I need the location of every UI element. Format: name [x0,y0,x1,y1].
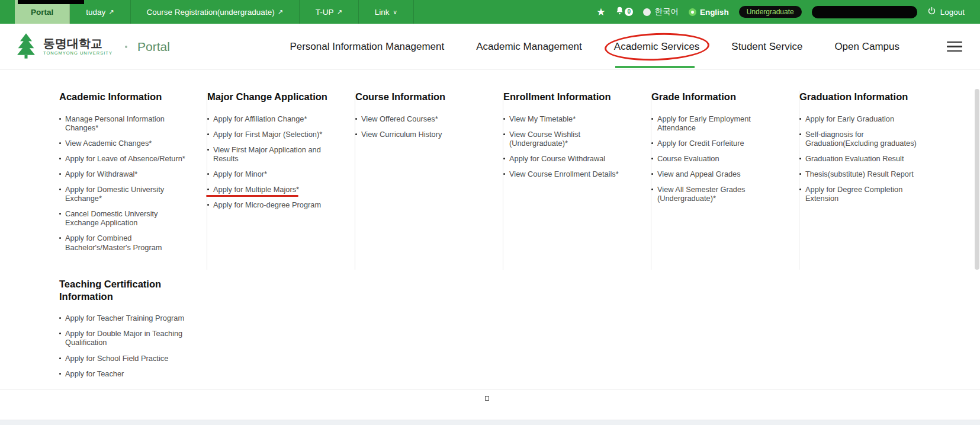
menu-item[interactable]: View Course Wishlist (Undergraduate)* [503,130,633,148]
menu-item[interactable]: View All Semester Grades (Undergraduate)… [651,185,781,203]
bullet-dot-icon [651,173,653,175]
menu-item[interactable]: Apply for Degree Completion Extension [799,185,930,203]
bullet-dot-icon [59,373,61,375]
menu-column-grade-information: Grade Information Apply for Early Employ… [651,91,799,270]
active-nav-underline [615,66,695,68]
menu-item[interactable]: View Course Enrollment Details* [503,170,633,178]
menu-column-course-information: Course Information View Offered Courses*… [355,91,503,270]
menu-item[interactable]: View Curriculum History [355,130,485,139]
menu-section-title: Grade Information [651,91,781,103]
menu-list: Manage Personal Information Changes*View… [59,114,189,252]
vertical-scrollbar-thumb[interactable] [975,89,979,270]
menu-item[interactable]: Apply for Combined Bachelor's/Master's P… [59,234,189,251]
tab-tup-label: T-UP [316,8,334,17]
tab-tuday-label: tuday [86,8,105,17]
tab-tup[interactable]: T-UP ↗ [300,0,359,24]
nav-student-service[interactable]: Student Service [731,41,802,53]
tab-link[interactable]: Link ∨ [359,0,414,24]
hamburger-menu-icon[interactable] [947,41,962,52]
menu-item[interactable]: Apply for Multiple Majors* [207,185,337,194]
portal-label: Portal [137,40,170,54]
menu-item[interactable]: Apply for School Field Practice [59,354,189,363]
menu-item-label: Apply for Affiliation Change* [213,114,307,123]
menu-list: Apply for Early Employment AttendanceApp… [651,114,781,203]
external-link-icon: ↗ [337,8,342,16]
menu-item[interactable]: Apply for Teacher [59,369,189,378]
bullet-dot-icon [799,173,801,175]
menu-item[interactable]: Apply for Credit Forfeiture [651,139,781,148]
menu-item-label: View Course Enrollment Details* [509,170,619,178]
footer-strip [0,420,980,425]
menu-item[interactable]: Apply for Early Employment Attendance [651,114,781,132]
menu-item-label: Thesis(substitute) Result Report [805,170,914,178]
menu-item[interactable]: Apply for Minor* [207,170,337,178]
footer-marker [485,396,489,401]
menu-item[interactable]: View Academic Changes* [59,139,189,148]
menu-item[interactable]: View First Major Application and Results [207,145,337,163]
bell-icon [615,6,624,18]
menu-list: Apply for Early GraduationSelf-diagnosis… [799,114,930,203]
menu-item-label: View and Appeal Grades [657,170,741,178]
menu-item[interactable]: Apply for Micro-degree Program [207,200,337,209]
university-tree-logo-icon [14,32,38,62]
bullet-dot-icon [799,158,801,159]
menu-item[interactable]: Apply for Double Major in Teaching Quali… [59,329,189,347]
menu-item-label: Graduation Evaluation Result [805,154,904,163]
menu-item-label: Apply for Withdrawal* [65,170,137,178]
menu-item[interactable]: Self-diagnosis for Graduation(Excluding … [799,130,930,148]
menu-item-label: Apply for Double Major in Teaching Quali… [65,329,189,347]
menu-item[interactable]: Apply for First Major (Selection)* [207,130,337,139]
menu-item-label: Apply for Teacher [65,369,124,378]
menu-item[interactable]: Apply for Leave of Absence/Return* [59,154,189,163]
language-korean-button[interactable]: 한국어 [643,7,679,17]
menu-item[interactable]: Apply for Teacher Training Program [59,314,189,322]
mega-menu-row-1: Academic Information Manage Personal Inf… [59,91,980,270]
nav-open-campus[interactable]: Open Campus [834,41,899,53]
university-subtitle: TONGMYONG UNIVERSITY [43,50,113,56]
logout-button[interactable]: Logout [927,7,965,17]
menu-item[interactable]: Manage Personal Information Changes* [59,114,189,132]
menu-item[interactable]: View Offered Courses* [355,114,485,123]
menu-item[interactable]: Cancel Domestic University Exchange Appl… [59,209,189,227]
bullet-dot-icon [207,173,209,175]
university-name-block: 동명대학교 TONGMYONG UNIVERSITY [43,37,113,56]
menu-item[interactable]: View My Timetable* [503,114,633,123]
bullet-dot-icon [651,142,653,144]
menu-item[interactable]: Apply for Course Withdrawal [503,154,633,163]
menu-item[interactable]: Apply for Withdrawal* [59,170,189,178]
university-name: 동명대학교 [43,37,113,49]
bullet-dot-icon [355,118,357,120]
tab-course-registration[interactable]: Course Registration(undergraduate) ↗ [131,0,300,24]
menu-item-label: Apply for Early Graduation [805,114,894,123]
language-english-button[interactable]: English [689,8,729,17]
menu-item[interactable]: View and Appeal Grades [651,170,781,178]
menu-item[interactable]: Apply for Domestic University Exchange* [59,185,189,203]
nav-academic-services[interactable]: Academic Services [614,41,700,53]
nav-academic-management[interactable]: Academic Management [476,41,582,53]
menu-item[interactable]: Apply for Affiliation Change* [207,114,337,123]
menu-item-label: Apply for Course Withdrawal [509,154,605,163]
menu-item-label: Apply for Combined Bachelor's/Master's P… [65,234,189,251]
nav-academic-services-label: Academic Services [614,41,700,52]
menu-item-label: Apply for First Major (Selection)* [213,130,322,139]
university-logo-link[interactable]: 동명대학교 TONGMYONG UNIVERSITY Portal [14,32,170,62]
menu-column-academic-information: Academic Information Manage Personal Inf… [59,91,207,270]
bullet-dot-icon [59,357,61,359]
menu-item[interactable]: Course Evaluation [651,154,781,163]
favorites-star-icon[interactable]: ★ [596,7,605,17]
bullet-dot-icon [503,118,505,120]
menu-item[interactable]: Apply for Early Graduation [799,114,930,123]
menu-item-label: View Course Wishlist (Undergraduate)* [509,130,633,148]
menu-item[interactable]: Thesis(substitute) Result Report [799,170,930,178]
topbar-right-group: ★ 0 한국어 English Undergraduate [596,0,980,24]
tab-portal-label: Portal [31,8,53,17]
notification-bell-button[interactable]: 0 [615,6,633,18]
nav-personal-information-management[interactable]: Personal Information Management [290,41,444,53]
tab-course-registration-label: Course Registration(undergraduate) [147,8,275,17]
menu-item[interactable]: Graduation Evaluation Result [799,154,930,163]
bullet-dot-icon [355,133,357,135]
mega-menu-panel: Academic Information Manage Personal Inf… [0,70,980,390]
menu-item-label: View Academic Changes* [65,139,152,148]
menu-item-label: Self-diagnosis for Graduation(Excluding … [805,130,930,148]
bullet-dot-icon [59,213,61,215]
